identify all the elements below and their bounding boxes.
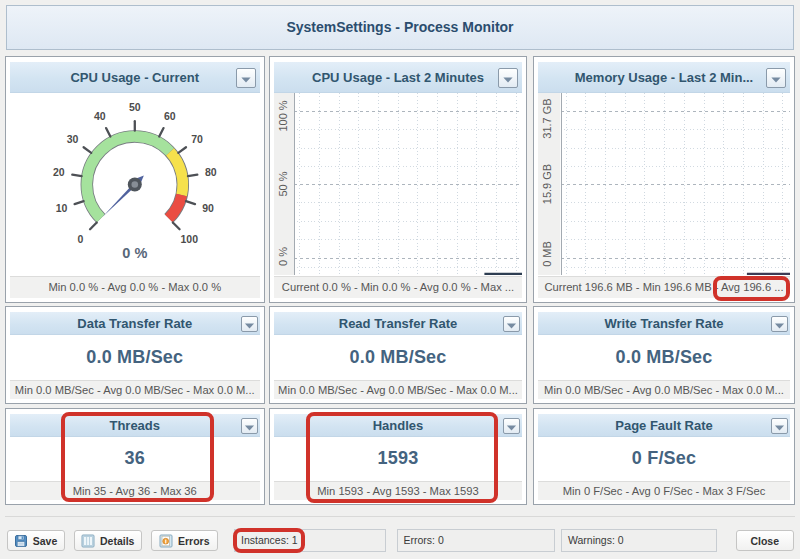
svg-text:0: 0 xyxy=(77,233,83,245)
svg-text:80: 80 xyxy=(205,166,217,178)
svg-text:50: 50 xyxy=(129,101,141,113)
svg-text:40: 40 xyxy=(94,110,106,122)
svg-text:30: 30 xyxy=(67,133,79,145)
svg-text:100: 100 xyxy=(180,233,198,245)
svg-text:15.9 GB: 15.9 GB xyxy=(541,163,553,203)
svg-text:0 MB: 0 MB xyxy=(541,241,553,267)
svg-text:31.7 GB: 31.7 GB xyxy=(541,98,553,138)
svg-text:20: 20 xyxy=(53,166,65,178)
svg-text:0 %: 0 % xyxy=(122,245,147,261)
svg-text:0 %: 0 % xyxy=(277,246,289,265)
svg-text:100 %: 100 % xyxy=(277,100,289,131)
svg-text:50 %: 50 % xyxy=(277,171,289,196)
svg-text:70: 70 xyxy=(191,133,203,145)
svg-text:90: 90 xyxy=(202,202,214,214)
svg-text:10: 10 xyxy=(56,202,68,214)
svg-text:60: 60 xyxy=(164,110,176,122)
